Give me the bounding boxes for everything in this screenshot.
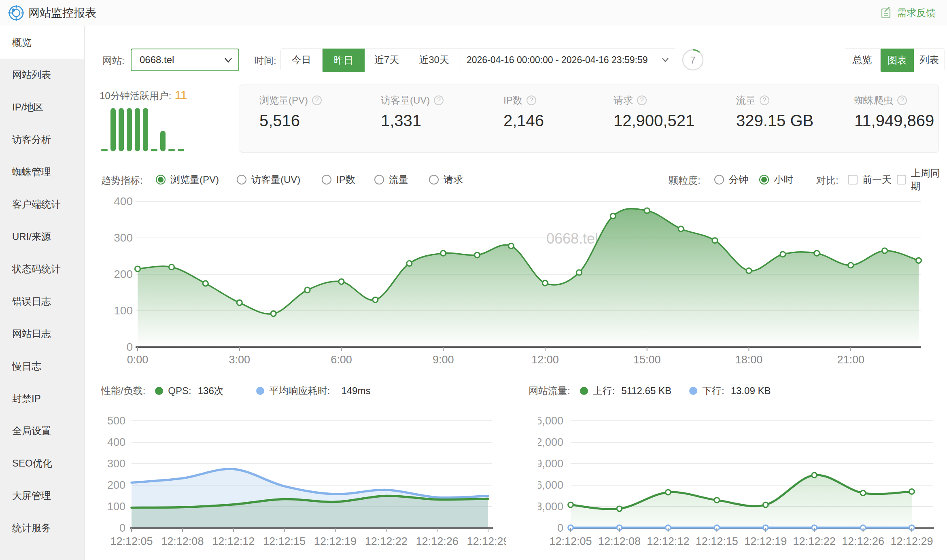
- mini-bar-empty: [178, 149, 184, 151]
- sidebar-item-slow-log[interactable]: 慢日志: [0, 350, 84, 382]
- stat-uv: 访客量(UV)? 1,331: [381, 94, 444, 130]
- svg-text:100: 100: [107, 501, 125, 513]
- trend-label: 趋势指标:: [101, 174, 143, 187]
- view-switch-group: 总览 图表 列表: [844, 49, 945, 71]
- checkbox-same-day-last-week[interactable]: 上周同期: [897, 170, 947, 189]
- help-icon[interactable]: ?: [897, 95, 907, 105]
- tab-yesterday[interactable]: 昨日: [323, 49, 365, 72]
- pv-trend-chart: 01002003004000668.tel0:003:006:009:0012:…: [97, 190, 947, 368]
- help-icon[interactable]: ?: [312, 95, 322, 105]
- svg-text:9:00: 9:00: [433, 354, 454, 366]
- site-traffic-chart: 03,0006,0009,00012,00015,00012:12:0512:1…: [538, 407, 947, 560]
- compare-label: 对比:: [816, 174, 839, 187]
- radio-icon: [759, 175, 769, 185]
- svg-text:18:00: 18:00: [735, 354, 763, 366]
- svg-text:100: 100: [114, 304, 133, 317]
- checkbox-prev-day[interactable]: 前一天: [848, 170, 892, 189]
- svg-text:12:12:29: 12:12:29: [467, 535, 506, 547]
- svg-text:12:12:05: 12:12:05: [110, 535, 153, 547]
- svg-text:400: 400: [107, 436, 125, 448]
- upstream-dot-icon: [580, 387, 588, 395]
- site-select[interactable]: 0668.tel: [131, 49, 239, 71]
- tab-30days[interactable]: 近30天: [409, 49, 459, 71]
- svg-text:12:00: 12:00: [531, 354, 559, 366]
- sidebar: 概览 网站列表 IP/地区 访客分析 蜘蛛管理 客户端统计 URI/来源 状态码…: [0, 26, 85, 560]
- active-users-label: 10分钟活跃用户:11: [100, 88, 187, 102]
- sidebar-item-stats-service[interactable]: 统计服务: [0, 512, 84, 544]
- chevron-down-icon: [662, 58, 669, 62]
- radio-requests[interactable]: 请求: [429, 170, 463, 189]
- svg-text:7: 7: [690, 55, 695, 66]
- sidebar-item-visitor-analysis[interactable]: 访客分析: [0, 123, 84, 156]
- feedback-edit-icon: [881, 7, 893, 19]
- radio-icon: [156, 175, 166, 185]
- svg-text:6:00: 6:00: [331, 354, 352, 366]
- radio-traffic[interactable]: 流量: [374, 170, 408, 189]
- help-icon[interactable]: ?: [434, 95, 444, 105]
- mini-bar: [127, 108, 132, 151]
- stat-spider-value: 11,949,869: [854, 112, 934, 130]
- radio-hour[interactable]: 小时: [759, 170, 793, 189]
- sidebar-item-global-settings[interactable]: 全局设置: [0, 415, 84, 447]
- help-icon[interactable]: ?: [637, 95, 647, 105]
- page: 网站监控报表 需求反馈 概览 网站列表 IP/地区 访客分析 蜘蛛管理 客户端统…: [0, 0, 947, 560]
- radio-icon: [237, 175, 246, 185]
- view-list[interactable]: 列表: [914, 49, 945, 71]
- refresh-countdown-badge[interactable]: 7: [681, 48, 705, 72]
- time-label: 时间:: [254, 54, 276, 67]
- time-range-group: 今日 昨日 近7天 近30天 2026-04-16 00:00:00 - 202…: [280, 49, 676, 71]
- checkbox-icon: [848, 175, 858, 185]
- downstream-dot-icon: [689, 387, 697, 395]
- qps-dot-icon: [155, 387, 163, 395]
- svg-text:12,000: 12,000: [538, 436, 563, 448]
- sidebar-item-site-list[interactable]: 网站列表: [0, 59, 84, 91]
- help-icon[interactable]: ?: [760, 95, 769, 105]
- sidebar-item-error-log[interactable]: 错误日志: [0, 285, 84, 318]
- radio-pv[interactable]: 浏览量(PV): [156, 170, 219, 189]
- date-range-value: 2026-04-16 00:00:00 - 2026-04-16 23:59:5…: [467, 49, 648, 71]
- svg-text:12:12:26: 12:12:26: [842, 535, 884, 547]
- view-overview[interactable]: 总览: [844, 49, 881, 71]
- svg-text:0: 0: [126, 341, 133, 353]
- svg-text:0: 0: [557, 522, 563, 534]
- stat-requests-value: 12,900,521: [614, 112, 694, 130]
- svg-text:12:12:19: 12:12:19: [744, 535, 787, 547]
- radio-icon: [374, 175, 384, 185]
- svg-text:200: 200: [107, 479, 125, 491]
- sidebar-item-banned-ip[interactable]: 封禁IP: [0, 382, 84, 415]
- view-chart[interactable]: 图表: [881, 49, 914, 72]
- radio-minute[interactable]: 分钟: [714, 170, 748, 189]
- response-time-dot-icon: [256, 387, 264, 395]
- svg-text:12:12:15: 12:12:15: [263, 535, 306, 547]
- mini-bar: [135, 108, 140, 151]
- svg-text:400: 400: [114, 195, 133, 208]
- radio-ip[interactable]: IP数: [322, 170, 355, 189]
- radio-icon: [322, 175, 331, 185]
- sidebar-item-ip-region[interactable]: IP/地区: [0, 91, 84, 123]
- svg-text:12:12:19: 12:12:19: [314, 535, 357, 547]
- sidebar-item-uri-source[interactable]: URI/来源: [0, 221, 84, 253]
- sidebar-item-screen-management[interactable]: 大屏管理: [0, 479, 84, 512]
- stat-requests: 请求? 12,900,521: [614, 94, 694, 130]
- svg-text:300: 300: [114, 231, 133, 244]
- mini-bar-empty: [101, 149, 108, 151]
- sidebar-item-overview[interactable]: 概览: [0, 26, 84, 59]
- date-range-picker[interactable]: 2026-04-16 00:00:00 - 2026-04-16 23:59:5…: [459, 49, 676, 71]
- svg-text:0:00: 0:00: [127, 354, 149, 366]
- stat-spider: 蜘蛛爬虫? 11,949,869: [854, 94, 934, 130]
- svg-text:12:12:12: 12:12:12: [212, 535, 255, 547]
- tab-7days[interactable]: 近7天: [365, 49, 409, 71]
- sidebar-item-status-code-stats[interactable]: 状态码统计: [0, 253, 84, 285]
- radio-uv[interactable]: 访客量(UV): [237, 170, 300, 189]
- feedback-button[interactable]: 需求反馈: [881, 0, 936, 26]
- tab-today[interactable]: 今日: [280, 49, 323, 71]
- site-select-value: 0668.tel: [140, 54, 174, 66]
- svg-text:3,000: 3,000: [538, 501, 563, 513]
- stat-pv: 浏览量(PV)? 5,516: [259, 94, 322, 130]
- help-icon[interactable]: ?: [527, 95, 536, 105]
- sidebar-item-client-stats[interactable]: 客户端统计: [0, 188, 84, 221]
- svg-text:15,000: 15,000: [538, 415, 563, 427]
- sidebar-item-site-log[interactable]: 网站日志: [0, 318, 84, 350]
- sidebar-item-seo[interactable]: SEO优化: [0, 447, 84, 479]
- stats-summary-box: 浏览量(PV)? 5,516 访客量(UV)? 1,331 IP数? 2,146…: [240, 85, 939, 153]
